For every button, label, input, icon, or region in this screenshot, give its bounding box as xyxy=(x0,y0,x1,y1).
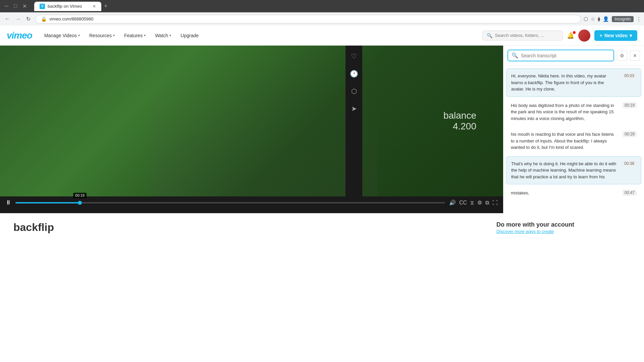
nav-resources[interactable]: Resources ▾ xyxy=(85,31,119,40)
transcript-close-btn[interactable]: ✕ xyxy=(630,51,640,61)
header-right: 🔍 🔔 + New video ▾ xyxy=(482,29,637,42)
notification-badge xyxy=(573,31,576,34)
progress-bar[interactable]: 00:19 xyxy=(15,202,445,203)
history-icon[interactable]: 🕐 xyxy=(348,68,360,79)
transcript-entries: Hi, everyone. Nikita here. In this video… xyxy=(503,66,644,213)
browser-controls: ─ □ ✕ xyxy=(3,2,29,11)
transcript-time-1: 00:19 xyxy=(623,102,637,108)
below-video: backflip Do more with your account Disco… xyxy=(0,213,644,243)
control-icons: 🔊 CC ⧖ ⚙ ⧉ ⛶ xyxy=(449,199,498,206)
fullscreen-icon[interactable]: ⛶ xyxy=(492,200,498,206)
transcript-filter-btn[interactable]: ⚙ xyxy=(617,51,627,61)
transcript-panel: 🔍 ⚙ ✕ Hi, everyone. Nikita here. In this… xyxy=(503,46,644,213)
omnibar-actions: ⬡ ☆ ⧫ 👤 Incognito ⋮ xyxy=(584,16,641,22)
window-minimize-btn[interactable]: ─ xyxy=(3,2,10,10)
features-chevron: ▾ xyxy=(144,34,146,37)
pause-btn[interactable]: ⏸ xyxy=(5,199,11,206)
heart-icon[interactable]: ♡ xyxy=(350,51,358,62)
window-close-btn[interactable]: ✕ xyxy=(20,2,29,11)
browser-titlebar: ─ □ ✕ V backflip on Vimeo ✕ + xyxy=(0,0,644,12)
transcript-entry-2[interactable]: his mouth is reacting to that voice and … xyxy=(506,127,641,155)
search-input[interactable] xyxy=(495,33,558,38)
notification-btn[interactable]: 🔔 xyxy=(567,32,574,39)
progress-thumb xyxy=(78,201,82,205)
search-icon: 🔍 xyxy=(487,33,492,38)
do-more-title: Do more with your account xyxy=(496,221,631,228)
url-text: vimeo.com/868805980 xyxy=(49,16,575,21)
vimeo-app: vimeo Manage Videos ▾ Resources ▾ Featur… xyxy=(0,25,644,243)
refresh-btn[interactable]: ↻ xyxy=(24,15,33,23)
transcript-entry-4[interactable]: mistakes, 00:47 xyxy=(506,186,641,200)
nav-manage-videos[interactable]: Manage Videos ▾ xyxy=(40,31,84,40)
back-btn[interactable]: ← xyxy=(3,15,12,23)
nav-upgrade[interactable]: Upgrade xyxy=(176,31,203,40)
transcript-entry-3[interactable]: That's why he is doing it. He might be a… xyxy=(506,156,641,185)
video-player-container: balance 4.200 ♡ 🕐 ⬡ ➤ ⏸ xyxy=(0,46,503,213)
nav-buttons: ← → ↻ xyxy=(3,15,33,23)
video-section: balance 4.200 ♡ 🕐 ⬡ ➤ ⏸ xyxy=(0,46,644,213)
menu-icon[interactable]: ⋮ xyxy=(636,16,641,22)
pip-icon[interactable]: ⧉ xyxy=(485,200,489,206)
video-controls: ⏸ 00:19 🔊 CC ⧖ ⚙ ⧉ ⛶ xyxy=(0,196,503,209)
transcript-text-4: mistakes, xyxy=(511,190,619,196)
video-balance-text: balance xyxy=(443,110,476,121)
do-more-link[interactable]: Discover more ways to create xyxy=(496,229,554,234)
window-maximize-btn[interactable]: □ xyxy=(12,2,19,10)
vimeo-logo[interactable]: vimeo xyxy=(7,30,32,41)
omnibar: ← → ↻ 🔒 vimeo.com/868805980 ⬡ ☆ ⧫ 👤 Inco… xyxy=(0,12,644,25)
transcript-text-3: That's why he is doing it. He might be a… xyxy=(511,161,618,180)
cc-icon[interactable]: CC xyxy=(459,200,467,206)
transcript-text-0: Hi, everyone. Nikita here. In this video… xyxy=(511,73,618,93)
forward-btn[interactable]: → xyxy=(13,15,23,23)
watch-chevron: ▾ xyxy=(169,34,171,37)
address-bar[interactable]: 🔒 vimeo.com/868805980 xyxy=(35,15,581,23)
transcript-entry-1[interactable]: His body was digitized from a photo of m… xyxy=(506,98,641,126)
transcript-time-3: 00:38 xyxy=(622,161,636,167)
transcript-time-4: 00:47 xyxy=(623,190,637,196)
tab-favicon: V xyxy=(40,4,45,9)
nav-features[interactable]: Features ▾ xyxy=(120,31,150,40)
tab-close-btn[interactable]: ✕ xyxy=(93,4,96,9)
new-video-chevron: ▾ xyxy=(630,33,632,38)
user-avatar[interactable] xyxy=(578,29,590,42)
video-number-text: 4.200 xyxy=(443,121,476,132)
plus-icon: + xyxy=(600,33,602,38)
vimeo-header: vimeo Manage Videos ▾ Resources ▾ Featur… xyxy=(0,25,644,46)
video-title: backflip xyxy=(13,221,483,234)
transcript-time-2: 00:29 xyxy=(623,131,637,137)
avatar-image xyxy=(578,29,590,42)
search-bar[interactable]: 🔍 xyxy=(482,31,563,41)
transcript-entry-0[interactable]: Hi, everyone. Nikita here. In this video… xyxy=(506,68,641,97)
chapters-icon[interactable]: ⧖ xyxy=(470,200,474,206)
browser-chrome: ─ □ ✕ V backflip on Vimeo ✕ + ← → ↻ 🔒 vi… xyxy=(0,0,644,243)
vimeo-nav: Manage Videos ▾ Resources ▾ Features ▾ W… xyxy=(40,31,474,40)
transcript-search-input[interactable] xyxy=(521,53,610,58)
cast-icon[interactable]: ⬡ xyxy=(584,16,588,22)
settings-icon[interactable]: ⚙ xyxy=(477,199,482,206)
progress-fill xyxy=(15,202,80,203)
transcript-search-box[interactable]: 🔍 xyxy=(507,50,614,61)
extension-icon[interactable]: ⧫ xyxy=(598,16,600,22)
layers-icon[interactable]: ⬡ xyxy=(350,86,358,97)
time-tooltip: 00:19 xyxy=(73,193,87,198)
tab-bar: V backflip on Vimeo ✕ + xyxy=(32,1,113,11)
profile-icon[interactable]: 👤 xyxy=(603,16,609,22)
video-overlay-text: balance 4.200 xyxy=(443,110,476,132)
transcript-text-1: His body was digitized from a photo of m… xyxy=(511,102,619,122)
do-more-section: Do more with your account Discover more … xyxy=(496,221,631,235)
nav-watch[interactable]: Watch ▾ xyxy=(151,31,175,40)
transcript-search-bar: 🔍 ⚙ ✕ xyxy=(503,46,644,66)
new-video-btn[interactable]: + New video ▾ xyxy=(594,30,637,41)
manage-videos-chevron: ▾ xyxy=(78,34,80,37)
bookmark-icon[interactable]: ☆ xyxy=(591,16,595,22)
video-frame[interactable]: balance 4.200 ♡ 🕐 ⬡ ➤ xyxy=(0,46,503,196)
transcript-search-icon: 🔍 xyxy=(512,52,518,59)
lock-icon: 🔒 xyxy=(41,16,47,22)
incognito-badge: Incognito xyxy=(612,16,634,22)
new-tab-btn[interactable]: + xyxy=(101,1,110,11)
active-tab[interactable]: V backflip on Vimeo ✕ xyxy=(34,2,101,11)
video-person xyxy=(151,46,377,196)
tab-title: backflip on Vimeo xyxy=(48,4,82,9)
volume-icon[interactable]: 🔊 xyxy=(449,199,456,206)
share-icon[interactable]: ➤ xyxy=(350,103,358,114)
